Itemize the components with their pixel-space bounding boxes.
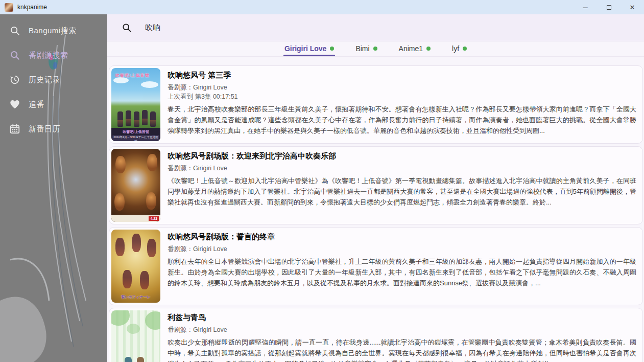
search-icon (9, 25, 20, 36)
anime-title: 吹响悠风号剧场版：誓言的终章 (168, 232, 636, 242)
close-button[interactable]: ✕ (621, 0, 644, 14)
poster-image: 吹響吧!上低音號 吹響吧!上低音號 2024年4月～NHK Eテレにて放送開始 (111, 68, 160, 141)
search-input[interactable] (145, 24, 503, 32)
anime-description: 《吹響吧！上低音號～歡迎加入北宇治高中管樂社》為《吹響吧！上低音號》第一季電視動… (168, 176, 636, 208)
anime-description: 順利在去年的全日本管樂競演會中出場的北宇治高中管樂社，升上二年級的黃前久美子和三… (168, 257, 636, 288)
anime-source: 番剧源：Girigiri Love (168, 164, 636, 173)
poster-caption: 2024年4月～NHK Eテレにて放送開始 (112, 135, 159, 141)
tab-label: Anime1 (399, 44, 423, 53)
anime-source: 番剧源：Girigiri Love (168, 83, 636, 92)
poster-image: 誓いのフィナーレ (111, 230, 160, 303)
last-watched: 上次看到 第3集 00:17:51 (168, 92, 636, 101)
poster-date-badge: 4.23 (149, 216, 159, 221)
result-card[interactable]: 吹響吧!上低音號 吹響吧!上低音號 2024年4月～NHK Eテレにて放送開始 … (109, 65, 643, 144)
poster-title-text: 誓いのフィナーレ (111, 295, 160, 300)
sidebar-item-label: 追番 (29, 100, 44, 109)
result-card[interactable]: 利兹与青鸟 番剧源：Girigiri Love 吹奏出少女那稍縱即逝的閃耀堅強的… (109, 308, 643, 362)
sidebar-item-follow[interactable]: 追番 (0, 92, 107, 117)
sidebar-item-history[interactable]: 历史记录 (0, 67, 107, 92)
app-icon (5, 3, 13, 12)
sidebar-item-calendar[interactable]: 新番日历 (0, 117, 107, 141)
sidebar-item-source-search[interactable]: 番剧源搜索 (0, 43, 107, 67)
search-icon (122, 22, 132, 33)
poster-title-text: 吹響吧!上低音號 (115, 73, 150, 78)
sidebar-item-bangumi-search[interactable]: Bangumi搜索 (0, 18, 107, 43)
source-tabs: Girigiri Love Bimi Anime1 lyf (107, 41, 644, 57)
anime-description: 吹奏出少女那稍縱即逝的閃耀堅強的瞬間，請一直一直，待在我身邊......就讀北宇… (168, 337, 636, 362)
history-icon (9, 74, 20, 85)
calendar-icon (9, 123, 20, 134)
title-bar: knkpanime ─ ✕ (0, 0, 644, 14)
search-bar (107, 14, 644, 41)
maximize-button[interactable] (597, 0, 621, 14)
minimize-button[interactable]: ─ (574, 0, 597, 14)
search-icon (9, 50, 20, 61)
online-status-dot (426, 47, 431, 51)
tab-label: Bimi (355, 44, 369, 53)
heart-icon (9, 99, 20, 110)
sidebar-item-label: 番剧源搜索 (29, 51, 68, 60)
poster-image (111, 310, 160, 362)
sidebar-item-label: 历史记录 (29, 75, 60, 85)
anime-description: 春天，北宇治高校吹奏樂部的部長三年級生黃前久美子，懷抱著期待和不安。想著會有怎樣… (168, 104, 636, 136)
anime-source: 番剧源：Girigiri Love (168, 244, 636, 254)
sidebar-item-label: 新番日历 (29, 124, 60, 134)
poster-image: 4.23 (111, 149, 160, 222)
anime-source: 番剧源：Girigiri Love (168, 325, 636, 334)
poster-caption-band: 吹響吧!上低音號 2024年4月～NHK Eテレにて放送開始 (111, 128, 160, 141)
sidebar: Bangumi搜索 番剧源搜索 历史记录 追番 (0, 14, 107, 362)
main-area: Girigiri Love Bimi Anime1 lyf 吹響吧!上低音號 (107, 14, 644, 362)
online-status-dot (330, 47, 334, 51)
sidebar-item-label: Bangumi搜索 (29, 26, 77, 36)
online-status-dot (463, 47, 467, 51)
online-status-dot (373, 47, 377, 51)
maximize-icon (607, 5, 611, 10)
tab-bimi[interactable]: Bimi (354, 44, 378, 56)
tab-anime1[interactable]: Anime1 (398, 44, 432, 56)
anime-title: 利兹与青鸟 (168, 313, 636, 323)
tab-label: Girigiri Love (284, 44, 326, 53)
result-card[interactable]: 誓いのフィナーレ 吹响悠风号剧场版：誓言的终章 番剧源：Girigiri Lov… (109, 227, 643, 305)
tab-lyf[interactable]: lyf (451, 44, 468, 56)
anime-title: 吹响悠风号剧场版：欢迎来到北宇治高中吹奏乐部 (168, 151, 636, 161)
app-title: knkpanime (17, 4, 47, 11)
search-results-list: 吹響吧!上低音號 吹響吧!上低音號 2024年4月～NHK Eテレにて放送開始 … (107, 57, 644, 362)
tab-label: lyf (452, 44, 459, 53)
tab-girigiri-love[interactable]: Girigiri Love (283, 44, 335, 56)
result-card[interactable]: 4.23 吹响悠风号剧场版：欢迎来到北宇治高中吹奏乐部 番剧源：Girigiri… (109, 146, 643, 224)
anime-title: 吹响悠风号 第三季 (168, 71, 636, 80)
